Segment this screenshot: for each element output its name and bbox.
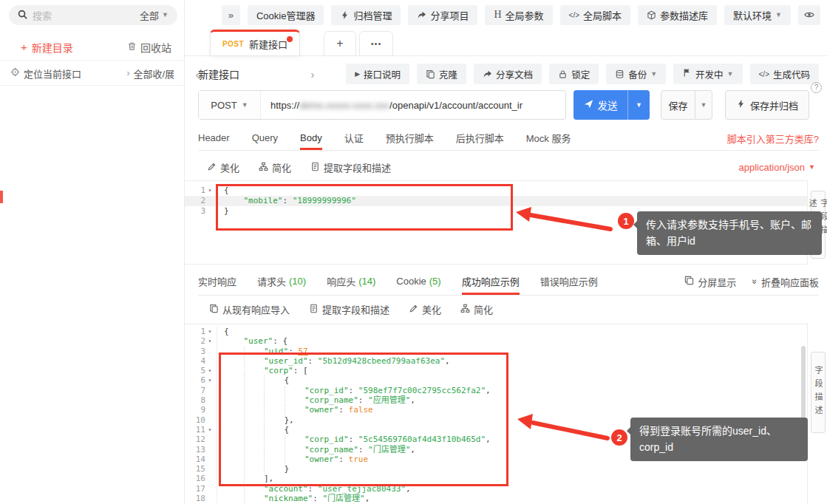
line-gutter: 9: [185, 405, 217, 415]
cube-icon: [647, 10, 656, 20]
tab-pre-script[interactable]: 预执行脚本: [386, 126, 434, 150]
fold-caret-icon[interactable]: ▾: [205, 327, 214, 336]
save-and-archive-button[interactable]: 保存并归档: [725, 90, 809, 120]
url-input[interactable]: https://demo.xxxxx-xxxx.xxx/openapi/v1/a…: [261, 91, 565, 119]
url-group: POST ▼ https://demo.xxxxx-xxxx.xxx/opena…: [198, 90, 566, 120]
tab-post-script[interactable]: 后执行脚本: [456, 126, 504, 150]
save-and-archive-label: 保存并归档: [750, 98, 798, 112]
share-project-button[interactable]: 分享项目: [408, 5, 477, 25]
send-button[interactable]: 发送: [574, 90, 627, 120]
search-input[interactable]: 搜索 全部 ▼: [9, 5, 177, 25]
share-doc-button[interactable]: 分享文档: [474, 64, 542, 84]
h-icon: H: [494, 9, 501, 21]
api-doc-button[interactable]: ▶ 接口说明: [346, 64, 409, 84]
code-text: {: [217, 185, 229, 196]
tab-new-api[interactable]: POST 新建接口: [210, 30, 300, 56]
search-icon: [18, 9, 27, 22]
archive-manager-label: 归档管理: [353, 8, 392, 22]
code-line[interactable]: 16 ],: [185, 474, 807, 483]
script-library-link[interactable]: 脚本引入第三方类库?: [727, 126, 819, 151]
tab-response-headers[interactable]: 响应头 (14): [327, 268, 375, 295]
tab-body[interactable]: Body: [300, 126, 322, 150]
beautify-label: 美化: [422, 302, 441, 316]
lock-button[interactable]: 锁定: [549, 64, 599, 84]
fold-caret-icon[interactable]: ▾: [205, 366, 214, 375]
beautify-button[interactable]: 美化: [409, 302, 441, 316]
simplify-button[interactable]: 简化: [259, 160, 291, 174]
code-line[interactable]: 7 "corp_id": "598ef7f7c00c2795cc562fa2",: [185, 386, 807, 395]
help-icon[interactable]: ?: [811, 82, 822, 93]
code-line[interactable]: 3 "uid": 57,: [185, 347, 807, 356]
new-folder-button[interactable]: + 新建目录: [21, 40, 73, 55]
save-options-button[interactable]: ▼: [695, 90, 712, 120]
codegen-label: 生成代码: [773, 67, 810, 81]
tab-mock[interactable]: Mock 服务: [526, 126, 571, 150]
code-text: }: [217, 206, 229, 217]
save-split-button: 保存 ▼: [661, 90, 712, 120]
tab-success-example[interactable]: 成功响应示例: [462, 268, 520, 295]
clone-button[interactable]: 克隆: [417, 64, 466, 84]
simplify-button[interactable]: 简化: [460, 302, 493, 316]
collapse-toolbar-button[interactable]: »: [222, 5, 240, 25]
collapse-response-button[interactable]: » 折叠响应面板: [752, 275, 819, 289]
tab-error-example[interactable]: 错误响应示例: [540, 268, 598, 295]
play-icon: ▶: [355, 70, 360, 78]
response-body-editor[interactable]: 1▾{2▾ "user": {3 "uid": 57,4 "user_id": …: [185, 324, 807, 504]
code-line[interactable]: 5▾ "corp": [: [185, 366, 807, 375]
search-scope-dropdown[interactable]: 全部 ▼: [140, 8, 169, 22]
extract-fields-button[interactable]: 提取字段和描述: [309, 302, 389, 316]
cookie-manager-button[interactable]: Cookie管理器: [248, 5, 324, 25]
field-description-tab[interactable]: 字段描述: [811, 352, 826, 433]
code-line[interactable]: 8 "corp_name": "应用管理",: [185, 395, 807, 405]
new-tab-button[interactable]: +: [324, 31, 356, 56]
tab-more-button[interactable]: •••: [359, 31, 393, 56]
send-options-button[interactable]: ▼: [627, 90, 650, 120]
fold-caret-icon[interactable]: ▾: [205, 185, 214, 196]
code-line[interactable]: 18 "nickname": "门店管理",: [185, 494, 807, 503]
global-params-button[interactable]: H 全局参数: [485, 5, 552, 25]
status-dropdown[interactable]: 开发中 ▼: [673, 64, 742, 84]
global-script-button[interactable]: </> 全局脚本: [560, 5, 630, 25]
collapse-response-label: 折叠响应面板: [761, 275, 819, 289]
toggle-expand-all-button[interactable]: › 全部收/展: [126, 67, 174, 81]
copy-icon: [426, 69, 435, 79]
code-line[interactable]: 9 "owner": false: [185, 405, 807, 415]
split-view-button[interactable]: 分屏显示: [684, 275, 736, 289]
content-type-dropdown[interactable]: application/json ▼: [738, 162, 815, 173]
environment-dropdown[interactable]: 默认环境 ▼: [724, 5, 791, 25]
fold-caret-icon[interactable]: ▾: [205, 425, 214, 435]
codegen-button[interactable]: </> 生成代码: [750, 64, 819, 84]
code-text: {: [217, 425, 289, 435]
locate-current-api-button[interactable]: 定位当前接口: [10, 67, 81, 81]
tab-request-headers[interactable]: 请求头 (10): [257, 268, 306, 295]
copy-icon: [209, 304, 219, 316]
method-dropdown[interactable]: POST ▼: [199, 91, 261, 119]
extract-fields-button[interactable]: 提取字段和描述: [310, 160, 391, 174]
visibility-button[interactable]: [798, 5, 820, 25]
code-line[interactable]: 6▾ {: [185, 375, 807, 385]
code-line[interactable]: 1▾{: [185, 327, 807, 336]
backup-dropdown[interactable]: 备份 ▼: [606, 64, 666, 84]
tab-header[interactable]: Header: [198, 126, 230, 150]
param-library-button[interactable]: 参数描述库: [638, 5, 717, 25]
response-scrollbar[interactable]: [801, 346, 806, 427]
tab-query[interactable]: Query: [252, 126, 278, 150]
beautify-button[interactable]: 美化: [207, 160, 239, 174]
extract-fields-label: 提取字段和描述: [322, 302, 389, 316]
code-line[interactable]: 1▾{: [185, 185, 807, 196]
recycle-bin-button[interactable]: 回收站: [127, 40, 171, 55]
tab-auth[interactable]: 认证: [344, 126, 364, 150]
save-button[interactable]: 保存: [661, 90, 695, 120]
fold-caret-icon[interactable]: ▾: [205, 375, 214, 385]
code-line[interactable]: 17 "account": "user_tejjac80433",: [185, 484, 807, 494]
archive-manager-button[interactable]: 归档管理: [331, 5, 401, 25]
import-response-button[interactable]: 从现有响应导入: [209, 302, 290, 316]
tab-realtime-response[interactable]: 实时响应: [198, 268, 236, 295]
code-line[interactable]: 4 "user_id": "5b12d9428cbeed799aaf63ea",: [185, 356, 807, 366]
tab-cookie[interactable]: Cookie (5): [396, 268, 440, 295]
fold-caret-icon[interactable]: ▾: [205, 336, 214, 346]
code-line[interactable]: 2▾ "user": {: [185, 336, 807, 346]
chevron-down-icon: ▼: [809, 164, 815, 171]
code-line[interactable]: 15 }: [185, 464, 807, 474]
code-line[interactable]: 2 "mobile": "18999999996": [185, 196, 807, 206]
